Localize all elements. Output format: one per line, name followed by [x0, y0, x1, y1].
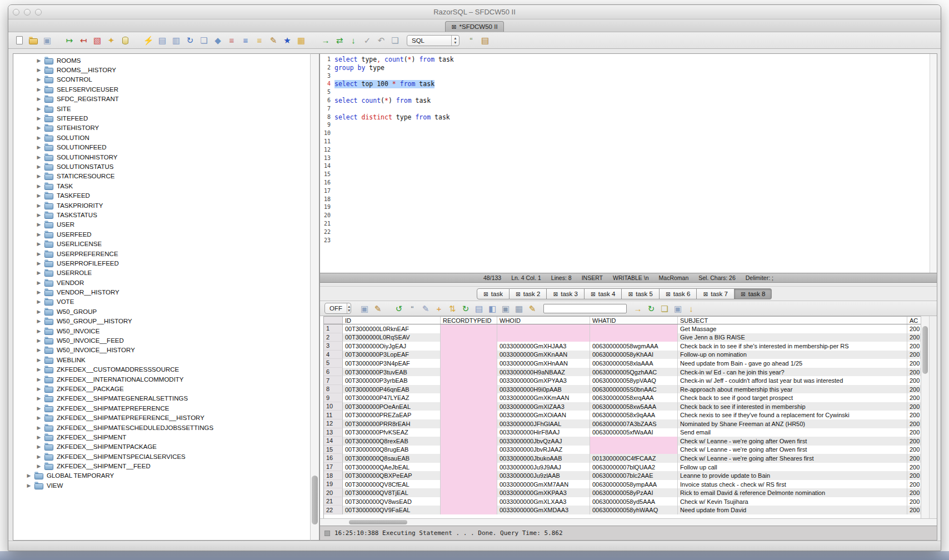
- table-cell[interactable]: 0033000000GmXKnAAN: [497, 351, 590, 359]
- table-cell[interactable]: 00T3000000Q8sauEAB: [343, 454, 441, 463]
- table-cell[interactable]: 006300000058wgmAAA: [590, 342, 678, 351]
- tree-item[interactable]: ▶ZKFEDEX__SHIPMENT: [13, 432, 310, 442]
- table-cell[interactable]: Check w/ Leanne - we're going after Shea…: [678, 454, 907, 463]
- disclosure-triangle-icon[interactable]: ▶: [36, 444, 42, 449]
- disclosure-triangle-icon[interactable]: ▶: [36, 280, 42, 286]
- table-cell[interactable]: 200: [907, 419, 921, 428]
- tree-item[interactable]: ▶SCONTROL: [13, 75, 310, 84]
- disclosure-triangle-icon[interactable]: ▶: [36, 425, 42, 431]
- disclosure-triangle-icon[interactable]: ▶: [26, 473, 32, 478]
- table-cell[interactable]: 200: [907, 437, 921, 446]
- table-cell[interactable]: 0033000000Ju9J9AAJ: [497, 463, 590, 472]
- disclosure-triangle-icon[interactable]: ▶: [36, 222, 42, 227]
- table-cell[interactable]: 0033000000GmXOiAAN: [497, 411, 590, 419]
- disclosure-triangle-icon[interactable]: ▶: [36, 367, 42, 372]
- table-cell[interactable]: 200: [907, 463, 921, 472]
- go-arrow-icon[interactable]: →: [632, 303, 643, 314]
- table-row[interactable]: 2000T3000000QV8TjEAL0033000000GmXKPAA300…: [324, 488, 921, 497]
- filter-icon[interactable]: ✎: [372, 303, 383, 314]
- results-tab[interactable]: ⊠task 6: [660, 288, 697, 299]
- disclosure-triangle-icon[interactable]: ▶: [36, 318, 42, 324]
- table-cell[interactable]: 200: [907, 342, 921, 351]
- tree-item[interactable]: ▶VIEW: [13, 481, 310, 490]
- open-file-icon[interactable]: [28, 35, 39, 46]
- insert-rows-icon[interactable]: ≡: [254, 35, 265, 46]
- table-cell[interactable]: 00630000007A3bZAAS: [590, 419, 678, 428]
- run-icon[interactable]: →: [320, 35, 331, 46]
- grid-horizontal-scrollbar-thumb[interactable]: [349, 520, 407, 524]
- table-row[interactable]: 1900T3000000QV8CfEAL0033000000GmXM7AAN00…: [324, 480, 921, 489]
- close-tab-icon[interactable]: ⊠: [703, 291, 708, 297]
- new-file-icon[interactable]: [14, 35, 25, 46]
- commit-icon[interactable]: ✓: [362, 35, 373, 46]
- disclosure-triangle-icon[interactable]: ▶: [36, 154, 42, 160]
- sidebar-scrollbar-thumb[interactable]: [312, 476, 318, 524]
- table-cell[interactable]: [590, 446, 678, 454]
- edit-cell-icon[interactable]: ✎: [420, 303, 431, 314]
- tree-item[interactable]: ▶SFDC_REGISTRANT: [13, 94, 310, 104]
- tree-item[interactable]: ▶TASKSTATUS: [13, 210, 310, 219]
- table-row[interactable]: 100T3000000L0RknEAFGet Massage200: [324, 324, 921, 333]
- table-row[interactable]: 500T3000000P3N4pEAF0033000000GmXHnAAN006…: [324, 359, 921, 368]
- table-cell[interactable]: Check back in to see if she's interested…: [678, 342, 907, 351]
- table-cell[interactable]: 00T3000000QAeJbEAL: [343, 463, 441, 472]
- editor-line[interactable]: 13: [322, 154, 937, 163]
- disclosure-triangle-icon[interactable]: ▶: [36, 406, 42, 411]
- editor-line[interactable]: 7: [322, 105, 937, 113]
- table-cell[interactable]: [590, 324, 678, 333]
- column-header[interactable]: SUBJECT: [678, 317, 907, 324]
- table-cell[interactable]: 200: [907, 497, 921, 506]
- minimize-window-button[interactable]: [24, 9, 31, 16]
- new-object-icon[interactable]: ✦: [106, 35, 117, 46]
- editor-line[interactable]: 2group by type: [322, 64, 937, 72]
- docs-book-icon[interactable]: ◆: [212, 35, 223, 46]
- favorites-star-icon[interactable]: ★: [282, 35, 293, 46]
- editor-line[interactable]: 20: [322, 212, 937, 220]
- results-tab[interactable]: ⊠task 7: [697, 288, 735, 299]
- export-table-icon[interactable]: ▦: [296, 35, 307, 46]
- table-cell[interactable]: [441, 411, 497, 419]
- table-cell[interactable]: 0033000000GmXPYAA3: [497, 376, 590, 385]
- disclosure-triangle-icon[interactable]: ▶: [36, 463, 42, 469]
- editor-line[interactable]: 4select top 100 * from task: [322, 80, 937, 88]
- table-cell[interactable]: 0033000000GmXKPAA3: [497, 488, 590, 497]
- table-cell[interactable]: 00T3000000P3N4pEAF: [343, 359, 441, 368]
- table-cell[interactable]: 00T3000000QV8TjEAL: [343, 488, 441, 497]
- table-cell[interactable]: [441, 385, 497, 394]
- table-cell[interactable]: 006300000058xw5AAA: [590, 402, 678, 411]
- column-header[interactable]: RECORDTYPEID: [441, 317, 497, 324]
- close-tab-icon[interactable]: ⊠: [516, 291, 521, 297]
- table-cell[interactable]: 0033000000GmXMDAA3: [497, 506, 590, 514]
- tree-item[interactable]: ▶SITEFEED: [13, 113, 310, 123]
- table-cell[interactable]: 00630000005S0bnAAC: [590, 385, 678, 394]
- disclosure-triangle-icon[interactable]: ▶: [36, 77, 42, 82]
- disclosure-triangle-icon[interactable]: ▶: [36, 183, 42, 189]
- disclosure-triangle-icon[interactable]: ▶: [36, 144, 42, 150]
- table-cell[interactable]: [441, 454, 497, 463]
- table-cell[interactable]: [441, 437, 497, 446]
- tree-item[interactable]: ▶USERFEED: [13, 229, 310, 239]
- editor-line[interactable]: 23: [322, 237, 937, 245]
- table-cell[interactable]: 200: [907, 333, 921, 342]
- export-icon[interactable]: ↤: [78, 35, 89, 46]
- table-cell[interactable]: [441, 488, 497, 497]
- table-cell[interactable]: 200: [907, 428, 921, 437]
- column-header[interactable]: WHOID: [497, 317, 590, 324]
- view-text-icon[interactable]: “: [407, 303, 418, 314]
- table-cell[interactable]: 006300000058yhWAAQ: [590, 506, 678, 514]
- table-cell[interactable]: 00T3000000OiyJgEAJ: [343, 342, 441, 351]
- tree-item[interactable]: ▶USERLICENSE: [13, 239, 310, 248]
- column-header[interactable]: AC: [907, 317, 921, 324]
- table-cell[interactable]: [441, 419, 497, 428]
- disclosure-triangle-icon[interactable]: ▶: [36, 212, 42, 218]
- table-cell[interactable]: [497, 324, 590, 333]
- table-cell[interactable]: Follow up call: [678, 463, 907, 472]
- close-tab-icon[interactable]: ⊠: [451, 23, 456, 31]
- disclosure-triangle-icon[interactable]: ▶: [36, 67, 42, 73]
- table-row[interactable]: 700T3000000P3yrbEAB0033000000GmXPYAA3006…: [324, 376, 921, 385]
- table-cell[interactable]: 00T3000000PfvKSEAZ: [343, 428, 441, 437]
- statement-type-select[interactable]: SQL ▲▼: [407, 35, 459, 46]
- table-cell[interactable]: 006300000058x9qAAA: [590, 411, 678, 419]
- table-cell[interactable]: [441, 368, 497, 377]
- editor-line[interactable]: 22: [322, 228, 937, 237]
